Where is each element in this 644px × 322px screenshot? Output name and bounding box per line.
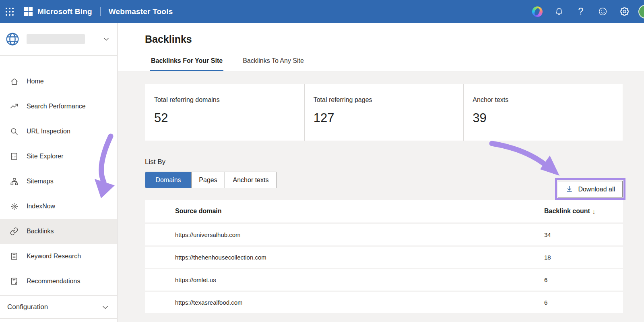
chevron-down-icon	[101, 303, 109, 311]
document-icon	[10, 252, 19, 261]
table-row[interactable]: https://texasrealfood.com 6	[145, 292, 623, 313]
table-row[interactable]: https://omlet.us 6	[145, 269, 623, 291]
page-title: Backlinks	[145, 33, 192, 45]
sidebar-item-home[interactable]: Home	[0, 79, 117, 94]
source-domain-cell: https://thehenhousecollection.com	[145, 254, 544, 261]
segment-domains[interactable]: Domains	[145, 172, 191, 188]
stat-total-referring-domains: Total referring domains 52	[145, 84, 304, 141]
app-launcher-icon[interactable]	[0, 0, 19, 23]
feedback-smiley-icon[interactable]	[592, 0, 613, 23]
settings-gear-icon[interactable]	[613, 0, 635, 23]
checklist-icon	[10, 152, 19, 161]
sidebar-item-sitemaps[interactable]: Sitemaps	[0, 169, 117, 194]
col-backlink-count[interactable]: Backlink count ↓	[544, 208, 623, 215]
backlink-count-cell: 6	[544, 276, 623, 283]
user-avatar[interactable]	[638, 5, 644, 19]
stat-total-referring-pages: Total referring pages 127	[304, 84, 464, 141]
segment-anchor-texts[interactable]: Anchor texts	[225, 172, 277, 188]
list-by-row: List By Domains Pages Anchor texts Downl…	[145, 158, 623, 188]
site-selector[interactable]	[0, 23, 117, 56]
brand[interactable]: Microsoft Bing Webmaster Tools	[24, 7, 173, 16]
magnifier-icon	[10, 127, 19, 136]
hierarchy-icon	[10, 177, 19, 186]
sidebar-item-recommendations[interactable]: Recommendations	[0, 269, 117, 294]
list-by-segmented-control: Domains Pages Anchor texts	[145, 172, 277, 188]
annotation-box: Download all	[555, 178, 625, 200]
home-icon	[10, 79, 19, 86]
site-name-redacted	[27, 34, 85, 44]
backlinks-table: Source domain Backlink count ↓ https://u…	[145, 200, 623, 313]
backlink-count-cell: 18	[544, 254, 623, 261]
backlink-count-cell: 34	[544, 231, 623, 238]
sort-descending-icon: ↓	[592, 208, 596, 215]
copilot-icon[interactable]	[526, 0, 548, 23]
sidebar-nav: Home Search Performance URL Inspection S…	[0, 79, 117, 295]
segment-pages[interactable]: Pages	[191, 172, 225, 188]
table-row[interactable]: https://universalhub.com 34	[145, 224, 623, 245]
table-header-row: Source domain Backlink count ↓	[145, 200, 623, 222]
table-row[interactable]: https://thehenhousecollection.com 18	[145, 247, 623, 268]
tab-bar: Backlinks For Your Site Backlinks To Any…	[150, 53, 305, 71]
sidebar-item-indexnow[interactable]: IndexNow	[0, 194, 117, 219]
tab-backlinks-for-your-site[interactable]: Backlinks For Your Site	[150, 53, 223, 71]
brand-divider	[100, 7, 101, 16]
list-by-label: List By	[145, 158, 623, 166]
doc-alert-icon	[10, 277, 19, 286]
content-area: Total referring domains 52 Total referri…	[145, 71, 623, 322]
brand-secondary: Webmaster Tools	[109, 7, 173, 16]
sidebar-item-site-explorer[interactable]: Site Explorer	[0, 144, 117, 169]
help-icon[interactable]: ?	[570, 0, 592, 23]
sidebar-item-url-inspection[interactable]: URL Inspection	[0, 119, 117, 144]
sidebar-item-keyword-research[interactable]: Keyword Research	[0, 244, 117, 269]
page-header: Backlinks Backlinks For Your Site Backli…	[118, 23, 644, 71]
col-source-domain: Source domain	[145, 208, 544, 215]
notifications-bell-icon[interactable]	[548, 0, 570, 23]
brand-primary: Microsoft Bing	[37, 7, 92, 16]
backlink-count-cell: 6	[544, 299, 623, 306]
top-app-bar: Microsoft Bing Webmaster Tools ?	[0, 0, 644, 23]
download-icon	[566, 185, 573, 193]
gear-icon	[10, 202, 19, 211]
chevron-down-icon	[103, 35, 110, 43]
main-content: Backlinks Backlinks For Your Site Backli…	[118, 23, 644, 322]
link-icon	[10, 227, 19, 236]
microsoft-logo-icon	[24, 7, 33, 16]
stat-anchor-texts: Anchor texts 39	[463, 84, 623, 141]
source-domain-cell: https://texasrealfood.com	[145, 299, 544, 306]
stats-cards: Total referring domains 52 Total referri…	[145, 84, 623, 141]
sidebar-item-configuration[interactable]: Configuration	[0, 295, 117, 319]
tab-backlinks-to-any-site[interactable]: Backlinks To Any Site	[242, 53, 305, 71]
sidebar-item-search-performance[interactable]: Search Performance	[0, 94, 117, 119]
sidebar: Home Search Performance URL Inspection S…	[0, 23, 118, 322]
sidebar-item-backlinks[interactable]: Backlinks	[0, 219, 117, 244]
download-all-button[interactable]: Download all	[558, 181, 623, 197]
trend-icon	[10, 102, 19, 111]
source-domain-cell: https://universalhub.com	[145, 231, 544, 238]
topbar-actions: ?	[526, 0, 644, 23]
globe-icon	[5, 31, 20, 47]
source-domain-cell: https://omlet.us	[145, 276, 544, 283]
